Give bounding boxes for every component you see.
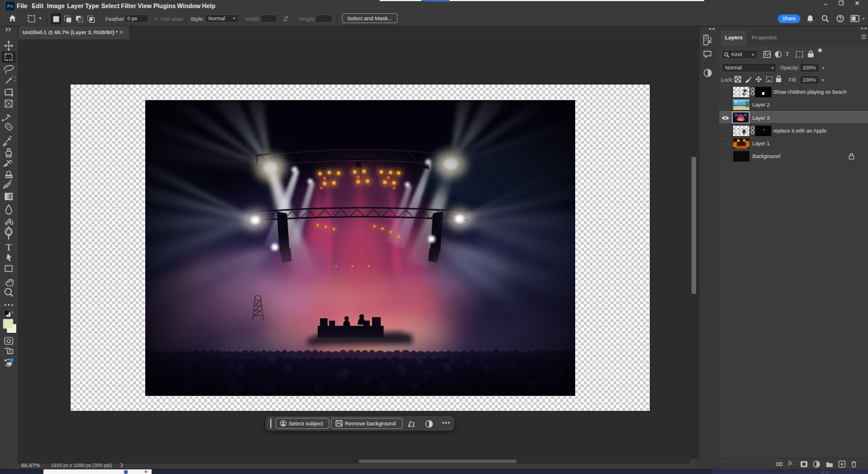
svg-text:T: T xyxy=(6,242,12,253)
